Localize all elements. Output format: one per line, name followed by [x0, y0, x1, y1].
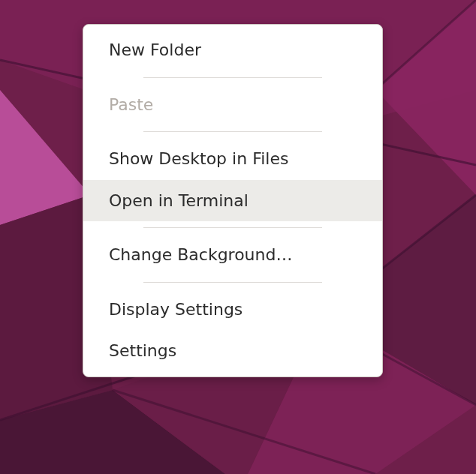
menu-separator	[143, 77, 322, 78]
desktop-context-menu: New Folder Paste Show Desktop in Files O…	[83, 24, 383, 377]
menu-item-new-folder[interactable]: New Folder	[83, 29, 382, 71]
menu-separator	[143, 131, 322, 132]
menu-separator	[143, 227, 322, 228]
menu-item-open-in-terminal[interactable]: Open in Terminal	[83, 180, 382, 222]
menu-item-show-desktop-in-files[interactable]: Show Desktop in Files	[83, 138, 382, 180]
menu-item-display-settings[interactable]: Display Settings	[83, 289, 382, 331]
menu-item-change-background[interactable]: Change Background…	[83, 234, 382, 276]
menu-item-paste: Paste	[83, 84, 382, 126]
menu-item-settings[interactable]: Settings	[83, 330, 382, 372]
menu-separator	[143, 282, 322, 283]
